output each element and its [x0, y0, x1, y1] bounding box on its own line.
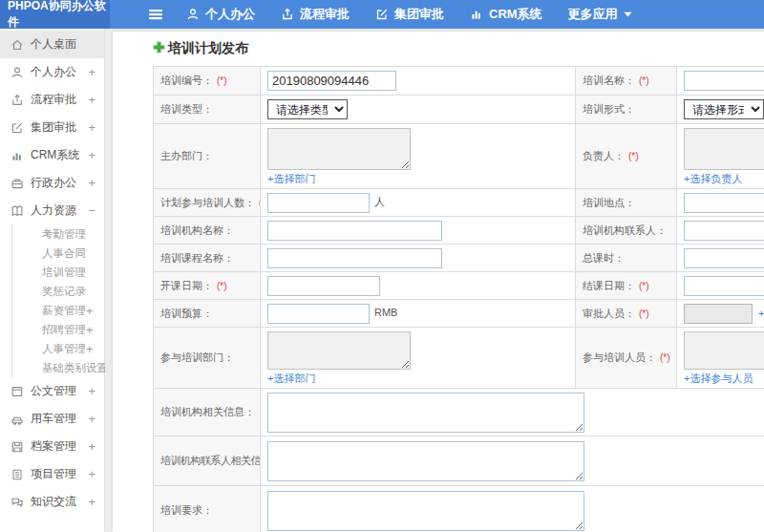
subitem-label: 培训管理 [42, 266, 86, 280]
org-contact-input[interactable] [684, 221, 764, 241]
training-code-input[interactable] [267, 71, 396, 91]
training-type-select[interactable]: 请选择类型 [267, 99, 348, 119]
hamburger-menu-icon[interactable] [148, 9, 163, 20]
sidebar-item-personal-office[interactable]: 个人办公 + [0, 58, 104, 86]
field-label-host-dept: 主办部门： [154, 124, 261, 189]
nav-label: 个人办公 [205, 6, 255, 23]
required-mark: (*) [628, 151, 639, 161]
sidebar-item-group-approval[interactable]: 集团审批 + [0, 114, 104, 141]
sidebar-item-label: 公文管理 [31, 383, 76, 399]
edit-icon [11, 121, 24, 135]
table-row: 培训机构相关信息： [154, 389, 764, 436]
location-input[interactable] [684, 193, 764, 213]
choose-dept-link[interactable]: +选择部门 [267, 172, 315, 186]
training-form-table: 培训编号：(*) 培训名称：(*) 培训类型： 请选择类型 培训形式： [153, 66, 764, 532]
table-row: 培训机构名称： 培训机构联系人： [154, 217, 764, 245]
sidebar-item-vehicle[interactable]: 用车管理 + [0, 405, 104, 433]
end-date-input[interactable] [684, 276, 764, 296]
required-mark: (*) [639, 309, 649, 319]
sidebar-subitem-recruitment[interactable]: 招聘管理 + [12, 320, 104, 339]
org-info-textarea[interactable] [267, 393, 584, 433]
sidebar-subitem-base-category[interactable]: 基础类别设置 + [12, 358, 104, 377]
expand-plus[interactable]: + [86, 342, 94, 356]
sidebar-item-archives[interactable]: 档案管理 + [0, 433, 104, 460]
expand-plus[interactable]: + [88, 384, 96, 398]
planned-count-input[interactable] [267, 193, 370, 213]
sidebar-item-personal-desktop[interactable]: 个人桌面 [0, 31, 104, 58]
nav-label: 集团审批 [394, 6, 444, 23]
choose-approver-link[interactable]: +选择审批人员 [758, 307, 764, 321]
bar-chart-icon [11, 149, 24, 162]
nav-label: 流程审批 [300, 6, 350, 23]
expand-plus[interactable]: + [86, 323, 94, 337]
training-name-input[interactable] [684, 71, 764, 91]
sidebar-item-knowledge[interactable]: 知识交流 + [0, 488, 104, 516]
required-mark: (*) [217, 281, 227, 291]
sidebar-item-label: 个人桌面 [31, 36, 76, 53]
choose-participants-link[interactable]: +选择参与人员 [684, 372, 753, 386]
nav-crm-system[interactable]: CRM系统 [470, 6, 542, 23]
sidebar-item-label: 项目管理 [31, 466, 76, 482]
car-icon [11, 413, 24, 426]
sidebar-item-admin-office[interactable]: 行政办公 + [0, 169, 104, 197]
approver-input[interactable] [684, 304, 753, 324]
org-contact-info-textarea[interactable] [267, 441, 584, 481]
field-label-org-contact-info: 培训机构联系人相关信息： [154, 436, 261, 486]
expand-plus[interactable]: + [88, 439, 96, 454]
sidebar-item-label: 行政办公 [31, 175, 76, 191]
flow-icon [11, 94, 24, 107]
sidebar-subitem-personnel[interactable]: 人事管理 + [12, 339, 104, 358]
sidebar-item-crm[interactable]: CRM系统 + [0, 141, 104, 169]
requirements-textarea[interactable] [267, 491, 584, 531]
sidebar-item-label: 用车管理 [31, 411, 76, 427]
expand-plus[interactable]: + [88, 148, 96, 162]
choose-dept-link[interactable]: +选择部门 [267, 372, 315, 386]
join-staff-textarea[interactable] [684, 331, 764, 370]
required-mark: (*) [639, 75, 649, 86]
book-icon [11, 204, 24, 218]
bar-chart-icon [470, 8, 483, 21]
expand-plus[interactable]: + [88, 120, 96, 135]
sidebar-subitem-rewards[interactable]: 奖惩记录 [12, 282, 104, 301]
nav-personal-office[interactable]: 个人办公 [186, 6, 255, 23]
host-dept-textarea[interactable] [267, 128, 411, 170]
subitem-label: 奖惩记录 [42, 285, 86, 299]
plus-icon [153, 41, 165, 56]
total-hours-input[interactable] [684, 248, 764, 268]
expand-plus[interactable]: + [88, 65, 96, 79]
subitem-label: 招聘管理 [42, 323, 86, 337]
expand-plus[interactable]: + [88, 495, 96, 509]
join-dept-textarea[interactable] [267, 331, 411, 370]
expand-plus[interactable]: + [88, 412, 96, 426]
unit-people: 人 [374, 196, 385, 207]
field-label-course-name: 培训课程名称： [154, 245, 261, 272]
flow-icon [281, 8, 294, 21]
sidebar-subitem-hr-contract[interactable]: 人事合同 [12, 244, 104, 263]
nav-workflow-approval[interactable]: 流程审批 [281, 6, 350, 23]
collapse-minus[interactable]: − [88, 203, 96, 218]
sidebar-item-projects[interactable]: 项目管理 + [0, 460, 104, 488]
sidebar-item-hr[interactable]: 人力资源 − [0, 197, 104, 224]
sidebar-item-workflow-approval[interactable]: 流程审批 + [0, 86, 104, 114]
expand-plus[interactable]: + [88, 176, 96, 190]
main-area: 培训计划发布 培训编号：(*) 培训名称：(*) 培训类型： [105, 29, 764, 532]
page-title: 培训计划发布 [153, 40, 764, 57]
expand-plus[interactable]: + [88, 467, 96, 481]
nav-group-approval[interactable]: 集团审批 [375, 6, 444, 23]
sidebar-item-documents[interactable]: 公文管理 + [0, 377, 104, 405]
org-name-input[interactable] [267, 221, 442, 241]
training-mode-select[interactable]: 请选择形式 [684, 99, 764, 119]
sidebar-subitem-training[interactable]: 培训管理 [12, 263, 104, 282]
expand-plus[interactable]: + [88, 93, 96, 107]
start-date-input[interactable] [267, 276, 380, 296]
nav-more-apps[interactable]: 更多应用 [568, 6, 632, 23]
choose-leader-link[interactable]: +选择负责人 [684, 172, 742, 186]
course-name-input[interactable] [267, 248, 442, 268]
field-label-requirements: 培训要求： [154, 486, 261, 532]
sidebar-subitem-salary[interactable]: 薪资管理 + [12, 301, 104, 320]
leader-textarea[interactable] [684, 128, 764, 170]
sidebar-subitem-attendance[interactable]: 考勤管理 [12, 224, 104, 244]
expand-plus[interactable]: + [86, 304, 94, 318]
budget-input[interactable] [267, 304, 370, 324]
subitem-label: 基础类别设置 [42, 361, 108, 375]
